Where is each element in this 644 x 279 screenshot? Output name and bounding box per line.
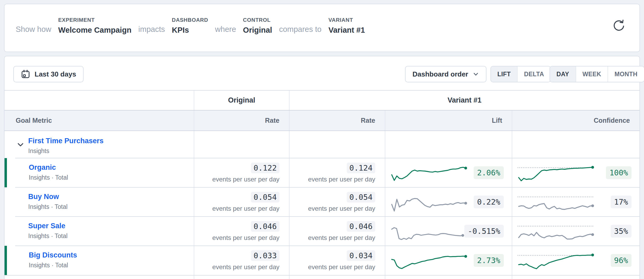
day-week-month-toggle: DAYWEEKMONTH	[550, 66, 644, 82]
rate-cell: 0.033events per user per day	[194, 246, 289, 275]
metric-link[interactable]: Big Discounts	[29, 251, 77, 259]
confidence-value: 17%	[611, 196, 631, 208]
empty-cell	[194, 131, 289, 158]
rate-unit: events per user per day	[212, 205, 279, 212]
sparkline-path	[392, 228, 463, 240]
rate-cell: 0.124events per user per day	[289, 158, 385, 187]
rate-unit: events per user per day	[212, 176, 279, 183]
confidence-cell: 96%	[512, 246, 639, 275]
trend-sparkline	[390, 249, 467, 272]
refresh-icon	[612, 19, 626, 33]
rate-cell: 0.054events per user per day	[289, 187, 385, 217]
control-value: Original	[243, 26, 272, 35]
control-column-header: Original	[194, 91, 289, 110]
sparkline-path	[392, 198, 466, 211]
metric-link[interactable]: Organic	[29, 163, 56, 172]
rate-unit: events per user per day	[308, 205, 375, 212]
column-header-row: Goal Metric Rate Rate Lift Confidence	[5, 110, 639, 131]
metric-subtitle: Insights · Total	[28, 233, 194, 240]
variant-value: Variant #1	[328, 26, 365, 35]
confidence-value: 96%	[611, 254, 631, 267]
empty-cell	[194, 276, 289, 279]
month-toggle-option[interactable]: MONTH	[608, 66, 644, 82]
rate-unit: events per user per day	[212, 234, 279, 242]
metric-subtitle: Insights · Total	[28, 203, 194, 210]
metric-name-cell: Buy NowInsights · Total	[5, 187, 194, 217]
trend-sparkline	[517, 249, 594, 272]
experiment-summary-panel: Show howEXPERIMENTWelcome Campaignimpact…	[4, 4, 640, 52]
rate-unit: events per user per day	[212, 263, 279, 271]
group-metric-link[interactable]: First Time Purchasers	[28, 137, 104, 145]
empty-cell	[385, 276, 512, 279]
rate-value: 0.054	[347, 192, 375, 202]
rate-cell: 0.122events per user per day	[194, 158, 289, 187]
day-toggle-option[interactable]: DAY	[550, 66, 576, 82]
refresh-button[interactable]	[612, 19, 626, 33]
dashboard-selector[interactable]: DASHBOARDKPIs	[172, 17, 208, 35]
lift-value: -0.515%	[464, 225, 504, 238]
metric-row: Big DiscountsInsights · Total0.033events…	[5, 246, 639, 275]
metric-link[interactable]: Buy Now	[28, 193, 59, 201]
trend-sparkline	[517, 161, 594, 184]
group-metric-subtitle: Insights	[28, 147, 194, 155]
sparkline-path	[519, 233, 593, 239]
confidence-value: 100%	[606, 166, 631, 179]
chevron-down-icon	[473, 71, 479, 77]
summary-connector: compares to	[279, 25, 322, 35]
sparkline-path	[392, 167, 466, 180]
sparkline-end-dot	[591, 166, 594, 168]
sparkline-end-dot	[464, 255, 467, 258]
empty-cell	[385, 131, 512, 158]
results-panel: Last 30 days Dashboard order LIFTDELTA D…	[4, 56, 640, 279]
variant-label: VARIANT	[328, 17, 365, 23]
date-range-button[interactable]: Last 30 days	[13, 66, 84, 82]
metric-subtitle: Insights · Total	[29, 262, 194, 269]
variant-column-header: Variant #1	[289, 91, 639, 110]
rate-value: 0.054	[251, 192, 279, 202]
goal-metric-column-header: Goal Metric	[5, 111, 194, 130]
delta-toggle-option[interactable]: DELTA	[517, 66, 550, 82]
collapse-chevron-icon[interactable]	[16, 141, 25, 149]
rate-value: 0.033	[251, 250, 279, 261]
confidence-value: 35%	[611, 225, 631, 238]
metric-group-row: First Time Purchasers Insights	[5, 131, 639, 158]
metric-link[interactable]: Super Sale	[28, 222, 65, 230]
rate-value: 0.034	[347, 250, 375, 261]
variant-header-row: Original Variant #1	[5, 91, 639, 110]
rate-unit: events per user per day	[308, 234, 375, 242]
rate-column-header: Rate	[194, 111, 289, 130]
lift-value: 2.73%	[474, 254, 504, 267]
metric-row: Super SaleInsights · Total0.046events pe…	[5, 217, 639, 246]
trend-sparkline	[517, 219, 594, 243]
sparkline-end-dot	[464, 202, 467, 204]
sparkline-path	[519, 255, 593, 269]
trend-sparkline	[390, 161, 467, 184]
sparkline-end-dot	[461, 234, 464, 237]
metric-row: OrganicInsights · Total0.122events per u…	[5, 158, 639, 187]
metric-name-cell: OrganicInsights · Total	[5, 158, 194, 187]
lift-delta-toggle: LIFTDELTA	[490, 66, 551, 82]
variant-selector[interactable]: VARIANTVariant #1	[328, 17, 365, 35]
rate-cell: 0.046events per user per day	[194, 217, 289, 246]
sparkline-end-dot	[464, 167, 467, 169]
sparkline-end-dot	[591, 233, 594, 236]
results-table: Original Variant #1 Goal Metric Rate Rat…	[5, 90, 639, 279]
empty-cell	[512, 276, 639, 279]
week-toggle-option[interactable]: WEEK	[576, 66, 608, 82]
rate-value: 0.124	[347, 163, 375, 173]
experiment-selector[interactable]: EXPERIMENTWelcome Campaign	[58, 17, 131, 35]
significance-bar	[5, 246, 7, 275]
lift-toggle-option[interactable]: LIFT	[491, 66, 517, 82]
control-selector[interactable]: CONTROLOriginal	[243, 17, 272, 35]
dashboard-order-dropdown[interactable]: Dashboard order	[405, 66, 486, 82]
lift-value: 0.22%	[474, 196, 504, 208]
lift-cell: 2.06%	[385, 158, 512, 187]
sparkline-path	[519, 204, 593, 209]
trend-sparkline	[390, 219, 464, 243]
confidence-cell: 100%	[512, 158, 639, 187]
lift-column-header: Lift	[385, 111, 512, 130]
empty-cell	[5, 276, 194, 279]
lift-cell: 2.73%	[385, 246, 512, 275]
summary-connector: where	[215, 25, 236, 35]
rate-unit: events per user per day	[308, 176, 375, 183]
